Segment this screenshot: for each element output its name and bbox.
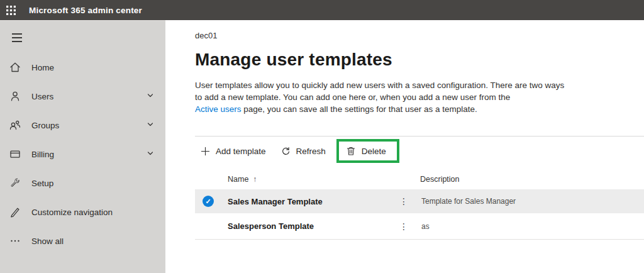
wrench-icon: [9, 177, 21, 189]
sidebar-item-label: Groups: [31, 121, 59, 130]
delete-highlight-box: Delete: [336, 139, 399, 163]
sidebar-item-users[interactable]: Users: [0, 82, 165, 111]
main-content: dec01 Manage user templates User templat…: [165, 20, 644, 273]
column-header-description[interactable]: Description: [420, 175, 644, 184]
delete-button[interactable]: Delete: [340, 142, 392, 160]
left-navigation-sidebar: Home Users Gr: [0, 20, 165, 273]
sidebar-item-label: Billing: [31, 150, 54, 159]
sidebar-item-setup[interactable]: Setup: [0, 169, 165, 198]
home-icon: [9, 61, 21, 74]
template-name[interactable]: Sales Manager Template: [228, 197, 396, 206]
column-header-name[interactable]: Name ↑: [228, 175, 396, 184]
sidebar-item-groups[interactable]: Groups: [0, 111, 165, 140]
template-name[interactable]: Salesperson Template: [228, 221, 396, 231]
chevron-down-icon[interactable]: [147, 92, 154, 101]
active-users-link[interactable]: Active users: [195, 104, 242, 114]
template-description: as: [420, 222, 644, 231]
row-check-cell: ✓: [195, 196, 228, 207]
description-line: User templates allow you to quickly add …: [195, 81, 564, 90]
table-row[interactable]: ✓ Sales Manager Template ⋮ Template for …: [195, 189, 644, 213]
templates-table: Name ↑ Description ✓ Sales Manager Templ…: [195, 169, 644, 240]
name-header-label: Name: [228, 175, 248, 184]
description-line: page, you can save all the settings for …: [242, 104, 477, 114]
refresh-label: Refresh: [296, 147, 326, 156]
table-header-row: Name ↑ Description: [195, 169, 644, 189]
chevron-down-icon[interactable]: [147, 121, 154, 130]
collapse-menu-icon[interactable]: [8, 33, 26, 43]
chevron-down-icon[interactable]: [147, 150, 154, 159]
add-template-label: Add template: [216, 147, 266, 156]
billing-icon: [9, 148, 21, 160]
refresh-button[interactable]: Refresh: [275, 143, 331, 160]
row-more-actions-icon[interactable]: ⋮: [396, 197, 411, 206]
row-more-actions-icon[interactable]: ⋮: [396, 222, 411, 231]
selected-check-icon[interactable]: ✓: [203, 196, 214, 207]
page-title: Manage user templates: [195, 50, 644, 70]
sidebar-item-show-all[interactable]: Show all: [0, 226, 165, 255]
sort-ascending-icon: ↑: [253, 175, 257, 184]
app-top-bar: Microsoft 365 admin center: [0, 0, 644, 20]
ellipsis-icon: [9, 235, 21, 247]
description-header-label: Description: [420, 175, 460, 184]
table-row[interactable]: Salesperson Template ⋮ as: [195, 213, 644, 240]
app-launcher-waffle-icon[interactable]: [0, 0, 21, 20]
sidebar-item-label: Customize navigation: [31, 208, 113, 217]
sidebar-item-label: Home: [31, 63, 54, 72]
add-template-button[interactable]: Add template: [195, 143, 272, 160]
refresh-icon: [281, 147, 291, 156]
delete-label: Delete: [362, 147, 386, 156]
sidebar-item-label: Setup: [31, 179, 53, 188]
plus-icon: [201, 147, 210, 156]
breadcrumb[interactable]: dec01: [195, 31, 644, 40]
sidebar-item-customize-navigation[interactable]: Customize navigation: [0, 198, 165, 226]
sidebar-item-label: Show all: [31, 237, 64, 246]
toolbar-divider: [195, 136, 644, 136]
groups-icon: [9, 119, 21, 131]
template-description: Template for Sales Manager: [420, 197, 644, 206]
page-description: User templates allow you to quickly add …: [195, 79, 644, 115]
command-toolbar: Add template Refresh: [195, 138, 644, 164]
pencil-icon: [9, 206, 21, 218]
sidebar-item-billing[interactable]: Billing: [0, 140, 165, 169]
description-line: to add a new template. You can add one h…: [195, 92, 510, 102]
trash-icon: [346, 146, 356, 156]
app-title: Microsoft 365 admin center: [29, 6, 142, 15]
sidebar-item-label: Users: [31, 92, 53, 101]
user-icon: [9, 90, 21, 103]
nav-list: Home Users Gr: [0, 53, 165, 255]
sidebar-item-home[interactable]: Home: [0, 53, 165, 82]
